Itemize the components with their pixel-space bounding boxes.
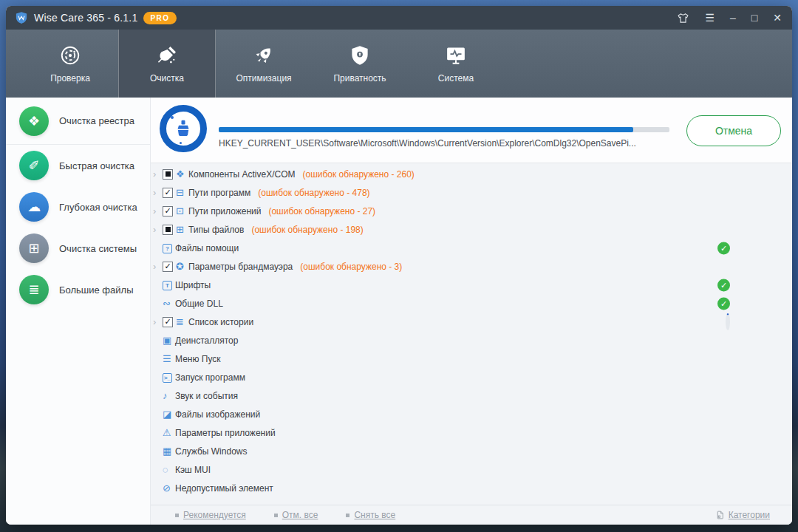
row-checkbox[interactable] <box>163 169 173 180</box>
tree-row: ⚠Параметры приложений <box>151 423 792 442</box>
row-checkbox[interactable] <box>163 206 173 216</box>
start-menu-icon: ☰ <box>163 354 175 364</box>
tab-optimize[interactable]: Оптимизация <box>216 30 312 98</box>
file-types-icon: ⊞ <box>176 225 188 234</box>
row-label[interactable]: Пути приложений <box>188 206 261 216</box>
square-bullet-icon <box>346 514 349 517</box>
app-logo-icon <box>15 11 28 24</box>
row-label[interactable]: Параметры брандмауэра <box>188 262 293 272</box>
tab-label: Проверка <box>50 73 90 83</box>
row-label[interactable]: Типы файлов <box>188 225 244 235</box>
footer-link-label: Рекомендуется <box>183 510 246 520</box>
shared-dll-icon: ∾ <box>163 299 175 308</box>
tree-row: TШрифты✓ <box>151 276 792 294</box>
expander-chevron-icon[interactable]: › <box>153 206 163 216</box>
row-label[interactable]: Шрифты <box>175 280 211 290</box>
tree-row: ♪Звук и события <box>151 386 792 405</box>
close-icon[interactable]: ✕ <box>773 13 782 23</box>
status-done-icon: ✓ <box>717 297 730 310</box>
titlebar: Wise Care 365 - 6.1.1 PRO ☰ – □ ✕ <box>6 6 792 30</box>
tab-system[interactable]: Система <box>408 30 504 98</box>
expander-chevron-icon[interactable]: › <box>153 317 163 327</box>
tree-row: ▦Службы Windows <box>151 442 792 460</box>
row-checkbox[interactable] <box>163 317 173 327</box>
row-label[interactable]: Запуск программ <box>175 372 245 383</box>
image-files-icon: ◪ <box>163 409 175 419</box>
pro-badge: PRO <box>143 12 176 24</box>
row-error-count: (ошибок обнаружено - 3) <box>300 262 402 272</box>
row-label[interactable]: Параметры приложений <box>175 428 276 438</box>
sidebar-item-label: Глубокая очистка <box>59 202 137 213</box>
row-label[interactable]: Деинсталлятор <box>175 335 238 346</box>
footer-link-check-all[interactable]: Отм. все <box>274 510 318 520</box>
hamburger-menu-icon[interactable]: ☰ <box>705 13 715 23</box>
startup-programs-icon: >_ <box>163 372 175 383</box>
minimize-icon[interactable]: – <box>730 13 736 23</box>
sidebar: ❖Очистка реестра✐Быстрая очистка☁Глубока… <box>6 98 151 525</box>
scan-spinner-brush-icon <box>160 105 207 152</box>
tree-row: ›⊞Типы файлов(ошибок обнаружено - 198) <box>151 220 792 239</box>
titlebar-icons: ☰ – □ ✕ <box>677 12 782 24</box>
row-label[interactable]: Службы Windows <box>175 446 247 457</box>
scan-header: HKEY_CURRENT_USER\Software\Microsoft\Win… <box>151 98 792 163</box>
row-label[interactable]: Кэш MUI <box>175 465 211 475</box>
row-label[interactable]: Компоненты ActiveX/COM <box>188 169 295 180</box>
footer-link-label: Снять все <box>354 510 395 520</box>
application-paths-icon: ⊡ <box>176 206 188 216</box>
broom-cleanup-icon <box>156 44 178 66</box>
sidebar-item-big-files[interactable]: ≣Большие файлы <box>6 269 150 310</box>
status-done-icon: ✓ <box>717 279 730 291</box>
status-loading-spinner <box>726 316 730 329</box>
row-checkbox[interactable] <box>163 225 173 235</box>
history-list-icon: ≣ <box>176 317 188 327</box>
status-done-icon: ✓ <box>717 242 730 254</box>
tree-row: >_Запуск программ <box>151 368 792 386</box>
row-error-count: (ошибок обнаружено - 478) <box>258 188 369 198</box>
app-window: Wise Care 365 - 6.1.1 PRO ☰ – □ ✕ Провер… <box>6 6 792 525</box>
sidebar-item-label: Очистка системы <box>59 243 137 254</box>
scan-progress-bar <box>219 127 669 132</box>
sidebar-item-system-clean[interactable]: ⊞Очистка системы <box>6 228 150 269</box>
tree-row: ›❖Компоненты ActiveX/COM(ошибок обнаруже… <box>151 165 792 183</box>
row-label[interactable]: Общие DLL <box>175 299 223 309</box>
windows-services-icon: ▦ <box>163 446 175 456</box>
cancel-button[interactable]: Отмена <box>686 115 781 146</box>
invalid-item-icon: ⊘ <box>163 483 175 493</box>
tab-label: Приватность <box>333 73 386 83</box>
row-label[interactable]: Файлы изображений <box>175 409 260 420</box>
row-label[interactable]: Недопустимый элемент <box>175 483 273 494</box>
expander-chevron-icon[interactable]: › <box>153 169 163 179</box>
sidebar-item-quick-clean[interactable]: ✐Быстрая очистка <box>6 145 150 186</box>
maximize-icon[interactable]: □ <box>751 13 757 23</box>
row-label[interactable]: Файлы помощи <box>175 243 239 253</box>
footer-link-uncheck-all[interactable]: Снять все <box>346 510 395 520</box>
row-label[interactable]: Звук и события <box>175 391 238 401</box>
tab-check[interactable]: Проверка <box>22 30 118 98</box>
row-error-count: (ошибок обнаружено - 260) <box>302 169 414 180</box>
expander-chevron-icon[interactable]: › <box>153 188 163 197</box>
sidebar-item-label: Большие файлы <box>59 284 133 296</box>
application-settings-icon: ⚠ <box>163 428 175 437</box>
nav-tabs: ПроверкаОчисткаОптимизацияПриватностьСис… <box>6 30 792 98</box>
row-error-count: (ошибок обнаружено - 198) <box>251 225 363 235</box>
row-label[interactable]: Пути программ <box>188 188 250 198</box>
radar-check-icon <box>59 44 81 66</box>
sidebar-item-deep-clean[interactable]: ☁Глубокая очистка <box>6 186 150 228</box>
tab-cleanup[interactable]: Очистка <box>118 30 216 98</box>
help-files-icon: ? <box>163 242 175 253</box>
expander-chevron-icon[interactable]: › <box>153 262 163 271</box>
footer-link-recommended[interactable]: Рекомендуется <box>175 510 246 520</box>
sidebar-item-registry-cleaner[interactable]: ❖Очистка реестра <box>6 98 150 145</box>
expander-chevron-icon[interactable]: › <box>153 225 163 234</box>
tab-privacy[interactable]: Приватность <box>312 30 408 98</box>
row-checkbox[interactable] <box>163 188 173 198</box>
sound-events-icon: ♪ <box>163 391 175 400</box>
tshirt-theme-icon[interactable] <box>677 12 689 24</box>
categories-link[interactable]: Категории <box>715 510 770 520</box>
row-label[interactable]: Список истории <box>188 317 253 327</box>
row-label[interactable]: Меню Пуск <box>175 354 221 364</box>
deep-clean-icon: ☁ <box>19 192 49 222</box>
row-checkbox[interactable] <box>163 262 173 272</box>
fonts-icon: T <box>163 279 175 290</box>
tree-row: ⊘Недопустимый элемент <box>151 479 792 497</box>
